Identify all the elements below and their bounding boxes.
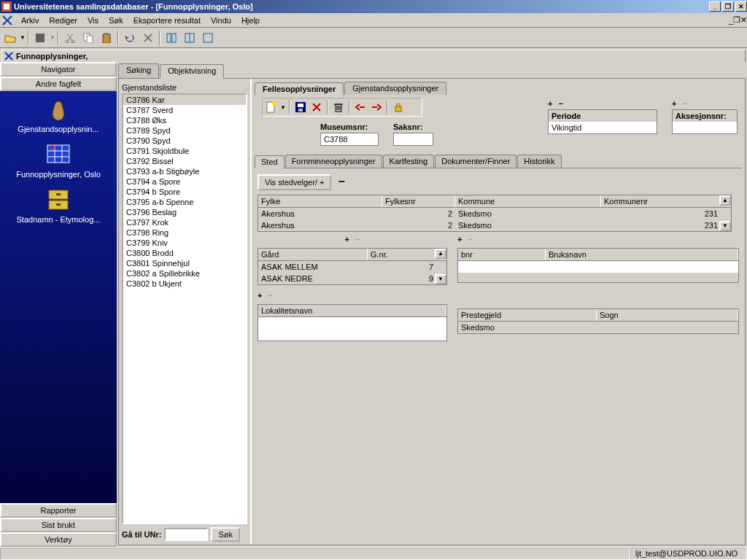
list-item[interactable]: C3786 Kar bbox=[123, 95, 246, 105]
periode-value[interactable]: Vikingtid bbox=[549, 122, 657, 133]
list-item[interactable]: C3800 Brodd bbox=[123, 248, 246, 258]
list-item[interactable]: C3802 a Spillebrikke bbox=[123, 268, 246, 279]
menu-rediger[interactable]: Rediger bbox=[44, 15, 82, 26]
scroll-down-icon[interactable]: ▼ bbox=[435, 274, 446, 284]
aksesjon-remove-icon[interactable]: − bbox=[682, 99, 686, 108]
list-item[interactable]: C3794 b Spore bbox=[123, 187, 246, 197]
museumsnr-field[interactable]: C3788 bbox=[320, 133, 379, 146]
aksesjon-add-icon[interactable]: + bbox=[672, 99, 676, 108]
menu-sok[interactable]: Søk bbox=[104, 15, 128, 26]
col-kommunenr[interactable]: Kommunenr bbox=[601, 195, 731, 207]
sok-button[interactable]: Søk bbox=[211, 527, 240, 542]
scroll-up-icon[interactable]: ▲ bbox=[719, 195, 731, 206]
menu-eksportere[interactable]: Eksportere resultat bbox=[128, 15, 206, 26]
copy-icon[interactable] bbox=[80, 30, 97, 46]
paste-icon[interactable] bbox=[98, 30, 115, 46]
navigator-button[interactable]: Navigator bbox=[0, 62, 117, 77]
tab-soking[interactable]: Søking bbox=[118, 63, 159, 78]
table-row[interactable]: Akershus 2 Skedsmo 231 bbox=[258, 208, 731, 219]
cancel-icon[interactable] bbox=[139, 30, 157, 46]
list-item[interactable]: C3787 Sverd bbox=[123, 105, 246, 115]
menu-hjelp[interactable]: Hjelp bbox=[236, 15, 265, 26]
col-fylke[interactable]: Fylke bbox=[258, 195, 382, 207]
list-item[interactable]: C3789 Spyd bbox=[123, 125, 246, 136]
list-item[interactable]: C3795 a-b Spenne bbox=[123, 197, 246, 207]
list-item[interactable]: C3792 Bissel bbox=[123, 156, 246, 166]
gard-add-icon[interactable]: + bbox=[345, 235, 349, 244]
menu-arkiv[interactable]: Arkiv bbox=[16, 15, 44, 26]
col-gard[interactable]: Gård bbox=[258, 249, 368, 260]
close-button[interactable]: ✕ bbox=[735, 1, 747, 12]
mdi-restore-button[interactable]: ❐ bbox=[733, 15, 740, 25]
list-item[interactable]: C3793 a-b Stigbøyle bbox=[123, 166, 246, 176]
table-row[interactable]: ASAK MELLEM 7 bbox=[258, 261, 446, 273]
list-item[interactable]: C3790 Spyd bbox=[123, 136, 246, 146]
verktoy-button[interactable]: Verktøy bbox=[0, 532, 117, 547]
list-item[interactable]: C3791 Skjoldbule bbox=[123, 146, 246, 156]
nav-funnopplysninger[interactable]: O Funnopplysninger, Oslo bbox=[0, 141, 117, 182]
list-item[interactable]: C3798 Ring bbox=[123, 228, 246, 238]
list-item[interactable]: C3794 a Spore bbox=[123, 176, 246, 187]
stop-icon[interactable] bbox=[31, 30, 49, 46]
nav-stadnamn[interactable]: Stadnamn - Etymolog... bbox=[0, 186, 117, 227]
open-icon[interactable] bbox=[1, 30, 19, 46]
tab-fellesopplysninger[interactable]: Fellesopplysninger bbox=[255, 82, 344, 96]
tab-kartfesting[interactable]: Kartfesting bbox=[383, 155, 435, 168]
cut-icon[interactable] bbox=[61, 30, 79, 46]
list-item[interactable]: C3797 Krok bbox=[123, 217, 246, 228]
undo-icon[interactable] bbox=[121, 30, 139, 46]
list-item[interactable]: C3796 Beslag bbox=[123, 207, 246, 217]
restore-button[interactable]: ❐ bbox=[722, 1, 734, 12]
sted-remove-icon[interactable]: − bbox=[338, 175, 345, 187]
col-bnr[interactable]: bnr bbox=[458, 249, 546, 260]
table-row[interactable]: Skedsmo bbox=[458, 322, 738, 333]
saksnr-field[interactable] bbox=[393, 133, 433, 146]
col-kommune[interactable]: Kommune bbox=[455, 195, 601, 207]
rapporter-button[interactable]: Rapporter bbox=[0, 503, 117, 518]
bnr-add-icon[interactable]: + bbox=[457, 235, 462, 244]
bnr-remove-icon[interactable]: − bbox=[468, 235, 472, 244]
tab-historikk[interactable]: Historikk bbox=[517, 155, 561, 168]
nav-gjenstandsopplysninger[interactable]: Gjenstandsopplysnin... bbox=[0, 96, 117, 136]
trash-icon[interactable] bbox=[331, 100, 346, 114]
vis-stedvelger-button[interactable]: Vis stedvelger/ + bbox=[258, 174, 331, 190]
goto-input[interactable] bbox=[164, 528, 208, 541]
table-row[interactable] bbox=[458, 261, 738, 273]
menu-vis[interactable]: Vis bbox=[82, 15, 104, 26]
lock-icon[interactable] bbox=[391, 100, 406, 114]
tab-objektvisning[interactable]: Objektvisning bbox=[160, 64, 224, 79]
prev-icon[interactable] bbox=[353, 100, 368, 114]
lokalitet-value[interactable] bbox=[258, 317, 446, 341]
list-item[interactable]: C3802 b Ukjent bbox=[123, 279, 246, 289]
scroll-down-icon[interactable]: ▼ bbox=[719, 221, 731, 231]
minimize-button[interactable]: _ bbox=[709, 1, 721, 12]
next-icon[interactable] bbox=[369, 100, 384, 114]
table-row[interactable]: ASAK NEDRE 9 bbox=[258, 273, 446, 284]
andre-fagfelt-button[interactable]: Andre fagfelt bbox=[0, 77, 117, 91]
new-icon[interactable] bbox=[264, 100, 279, 114]
mdi-close-button[interactable]: ✕ bbox=[740, 15, 747, 25]
col-fylkesnr[interactable]: Fylkesnr bbox=[382, 195, 455, 207]
lokalitet-add-icon[interactable]: + bbox=[258, 291, 262, 300]
layout3-icon[interactable] bbox=[199, 30, 217, 46]
lokalitet-remove-icon[interactable]: − bbox=[268, 291, 272, 300]
list-item[interactable]: C3788 Øks bbox=[123, 115, 246, 125]
delete-icon[interactable] bbox=[309, 100, 324, 114]
menu-vindu[interactable]: Vindu bbox=[206, 15, 236, 26]
table-row[interactable]: Akershus 2 Skedsmo 231 bbox=[258, 219, 731, 231]
scroll-up-icon[interactable]: ▲ bbox=[435, 249, 446, 259]
col-bruksnavn[interactable]: Bruksnavn bbox=[546, 249, 738, 260]
tab-gjenstandsopplysninger[interactable]: Gjenstandsopplysninger bbox=[344, 82, 446, 95]
periode-remove-icon[interactable]: − bbox=[558, 99, 562, 108]
layout1-icon[interactable] bbox=[163, 30, 180, 46]
aksesjon-value[interactable] bbox=[673, 122, 737, 133]
sistbrukt-button[interactable]: Sist brukt bbox=[0, 518, 117, 532]
layout2-icon[interactable] bbox=[181, 30, 198, 46]
tab-dokumenter[interactable]: Dokumenter/Finner bbox=[435, 155, 516, 168]
tab-fornminne[interactable]: Fornminneopplysninger bbox=[285, 155, 382, 168]
gjenstandsliste[interactable]: C3786 Kar C3787 Sverd C3788 Øks C3789 Sp… bbox=[122, 93, 247, 524]
tab-sted[interactable]: Sted bbox=[255, 155, 285, 168]
list-item[interactable]: C3799 Kniv bbox=[123, 238, 246, 248]
save-icon[interactable] bbox=[293, 100, 308, 114]
list-item[interactable]: C3801 Spinnehjul bbox=[123, 258, 246, 268]
